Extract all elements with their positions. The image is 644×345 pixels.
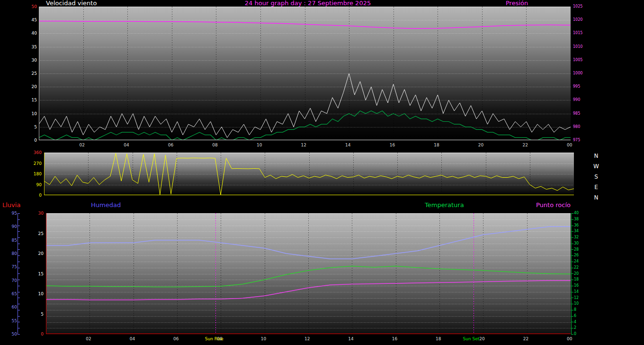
axis-tick-label: 10	[17, 111, 37, 116]
axis-tick-label: 70	[4, 278, 17, 283]
axis-tick-label: 180	[24, 172, 42, 176]
weather-24h-graph-page: Velocidad viento 24 hour graph day : 27 …	[0, 0, 644, 345]
axis-tick-label: 1020	[573, 18, 595, 22]
x-tick-label: 16	[392, 336, 397, 341]
axis-tick-label: 26	[574, 253, 586, 258]
axis-tick-label: 18	[574, 277, 586, 282]
wind-direction-chart	[44, 153, 574, 195]
x-tick-label: 02	[86, 336, 91, 341]
compass-letter-s: S	[593, 172, 599, 182]
x-tick-label: 12	[301, 143, 306, 147]
x-tick-label: 00	[567, 143, 572, 147]
compass-letter-e: E	[593, 182, 599, 192]
right-temperature-axis-labels: 4038363432302826242220181614121086420	[574, 213, 586, 334]
x-tick-label: 20	[478, 143, 483, 147]
axis-tick-label: 975	[573, 138, 595, 143]
x-tick-label: 00	[567, 336, 572, 341]
axis-tick-label: 36	[574, 223, 586, 228]
axis-tick-label: 20	[17, 84, 37, 89]
axis-tick-label: 65	[4, 291, 17, 296]
axis-tick-label: 2	[574, 326, 586, 330]
axis-tick-label: 10	[574, 301, 586, 306]
axis-tick-label: 5	[17, 125, 37, 129]
wind-pressure-chart	[39, 7, 571, 140]
axis-tick-label: 40	[17, 31, 37, 36]
axis-tick-label: 75	[4, 264, 17, 269]
axis-tick-label: 38	[574, 217, 586, 222]
humidity-axis-labels: 95908580757065605550	[4, 213, 17, 334]
temperature-axis-labels: 302520151050	[32, 213, 44, 334]
axis-tick-label: 980	[573, 125, 595, 129]
axis-tick-label: 15	[17, 98, 37, 102]
axis-tick-label: 60	[4, 305, 17, 309]
axis-tick-label: 34	[574, 229, 586, 234]
x-tick-label: 16	[390, 143, 395, 147]
axis-tick-label: 40	[574, 211, 586, 216]
x-tick-label: 12	[304, 336, 310, 341]
axis-tick-label: 0	[574, 332, 586, 336]
axis-tick-label: 14	[574, 290, 586, 294]
axis-tick-label: 35	[17, 45, 37, 49]
rain-humidity-temperature-canvas	[46, 213, 571, 334]
x-tick-label: 10	[261, 336, 266, 341]
series-wind_average	[39, 111, 571, 140]
axis-tick-label: 990	[573, 98, 595, 102]
axis-tick-label: 4	[574, 320, 586, 325]
axis-tick-label: 0	[24, 193, 42, 198]
series-temperature	[46, 266, 571, 287]
axis-tick-label: 0	[17, 138, 37, 143]
page-title: 24 hour graph day : 27 Septiembre 2025	[47, 0, 568, 7]
axis-tick-label: 15	[32, 272, 44, 276]
rain-label: Lluvia	[2, 202, 20, 209]
axis-tick-label: 8	[574, 308, 586, 312]
axis-tick-label: 1000	[573, 71, 595, 76]
x-tick-label: 18	[436, 336, 441, 341]
x-tick-label: 18	[434, 143, 439, 147]
x-tick-label: 14	[345, 143, 350, 147]
top-time-axis: 020406081012141618202200	[39, 143, 571, 149]
axis-tick-label: 1010	[573, 45, 595, 49]
sun-marker-label: Sun Set	[463, 336, 480, 341]
x-tick-label: 02	[80, 143, 85, 147]
temperature-label: Temperatura	[425, 202, 464, 209]
humidity-axis-ruler	[18, 213, 20, 335]
axis-tick-label: 270	[24, 161, 42, 166]
pressure-label: Presión	[506, 0, 528, 7]
bottom-time-axis: 020406081012141618202200Sun RiseSun Set	[46, 336, 571, 343]
axis-tick-label: 80	[4, 251, 17, 256]
axis-tick-label: 25	[17, 71, 37, 76]
axis-tick-label: 985	[573, 111, 595, 116]
axis-tick-label: 6	[574, 314, 586, 318]
rain-humidity-temperature-chart	[46, 213, 571, 334]
x-tick-label: 20	[479, 336, 484, 341]
axis-tick-label: 0	[32, 332, 44, 336]
dew-point-label: Punto rocío	[536, 202, 571, 209]
axis-tick-label: 12	[574, 296, 586, 300]
compass-letters: N W S E N	[593, 151, 599, 203]
x-tick-label: 04	[130, 336, 135, 341]
axis-tick-label: 1025	[573, 4, 595, 9]
wind-direction-canvas	[44, 153, 574, 195]
series-pressure	[39, 21, 571, 29]
axis-tick-label: 25	[32, 231, 44, 236]
x-tick-label: 14	[348, 336, 353, 341]
x-tick-label: 06	[173, 336, 179, 341]
axis-tick-label: 20	[574, 272, 586, 276]
axis-tick-label: 10	[32, 291, 44, 296]
axis-tick-label: 32	[574, 235, 586, 240]
x-tick-label: 04	[124, 143, 129, 147]
wind-pressure-canvas	[39, 7, 571, 140]
axis-tick-label: 5	[32, 312, 44, 317]
compass-letter-n2: N	[593, 192, 599, 203]
axis-tick-label: 90	[4, 224, 17, 229]
axis-tick-label: 28	[574, 247, 586, 252]
axis-tick-label: 1005	[573, 58, 595, 63]
right-axis-ruler	[571, 213, 573, 335]
axis-tick-label: 24	[574, 259, 586, 264]
axis-tick-label: 50	[4, 332, 17, 336]
pressure-axis-labels: 102510201015101010051000995990985980975	[573, 7, 595, 140]
humidity-label: Humedad	[91, 202, 121, 209]
x-tick-label: 22	[523, 336, 528, 341]
axis-tick-label: 30	[574, 241, 586, 246]
axis-tick-label: 90	[24, 182, 42, 187]
